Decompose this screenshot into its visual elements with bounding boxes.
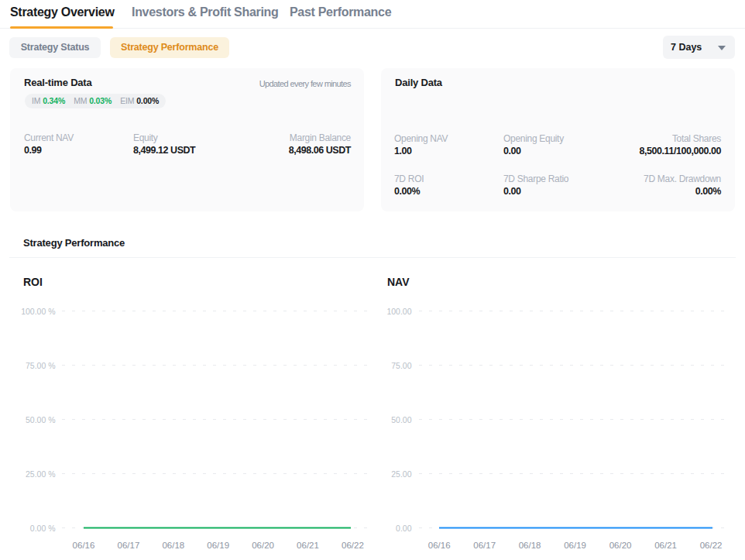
svg-text:06/18: 06/18 <box>162 541 184 550</box>
svg-text:06/17: 06/17 <box>118 541 140 550</box>
svg-text:50.00: 50.00 <box>391 415 411 424</box>
svg-text:50.00 %: 50.00 % <box>26 415 56 424</box>
svg-text:06/16: 06/16 <box>73 541 95 550</box>
svg-text:0.00 %: 0.00 % <box>30 524 56 533</box>
svg-text:25.00: 25.00 <box>391 469 411 479</box>
svg-text:100.00: 100.00 <box>386 307 411 316</box>
svg-text:06/18: 06/18 <box>519 541 541 550</box>
svg-text:75.00: 75.00 <box>391 361 411 370</box>
svg-text:06/19: 06/19 <box>564 541 586 550</box>
svg-text:06/16: 06/16 <box>428 541 451 550</box>
svg-text:06/19: 06/19 <box>207 541 229 550</box>
svg-text:06/20: 06/20 <box>609 541 632 550</box>
svg-text:06/22: 06/22 <box>342 541 364 550</box>
svg-text:25.00 %: 25.00 % <box>26 469 56 479</box>
svg-text:06/22: 06/22 <box>700 541 723 550</box>
svg-text:06/20: 06/20 <box>252 541 274 550</box>
svg-text:0.00: 0.00 <box>396 524 412 533</box>
svg-text:06/21: 06/21 <box>654 541 677 550</box>
svg-text:75.00 %: 75.00 % <box>26 361 56 370</box>
svg-text:100.00 %: 100.00 % <box>21 307 55 316</box>
svg-text:06/21: 06/21 <box>297 541 319 550</box>
svg-text:06/17: 06/17 <box>473 541 496 550</box>
